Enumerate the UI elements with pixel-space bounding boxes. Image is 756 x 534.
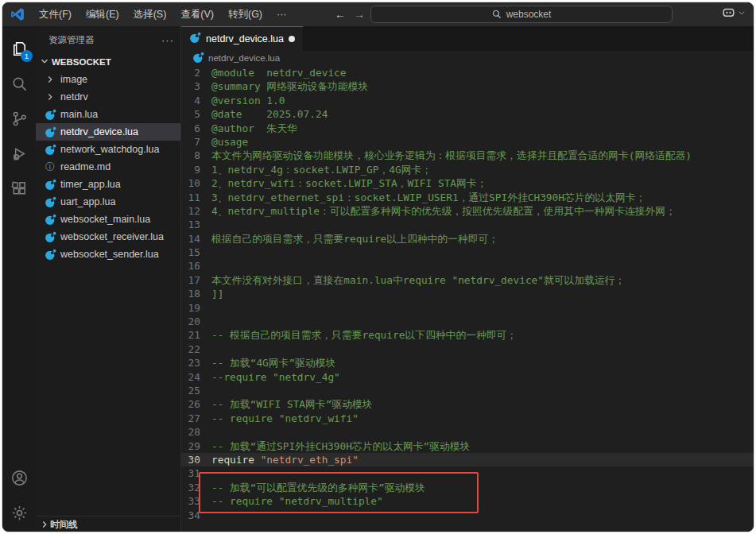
file-label: netdrv	[60, 91, 88, 103]
file-label: netdrv_device.lua	[60, 126, 138, 137]
forward-arrow-icon[interactable]: →	[354, 8, 365, 21]
code-line: 30require "netdrv_eth_spi"	[181, 453, 754, 466]
menu-item-1[interactable]: 编辑(E)	[79, 2, 126, 26]
tree-item-image[interactable]: image	[36, 71, 180, 88]
extensions-icon[interactable]	[2, 171, 36, 206]
code-line: 32-- 加载“可以配置优先级的多种网卡”驱动模块	[181, 481, 754, 494]
line-number: 15	[181, 246, 211, 259]
line-content: -- 加载“通过SPI外挂CH390H芯片的以太网卡”驱动模块	[211, 439, 470, 453]
root-folder-label: WEBSOCKET	[52, 57, 111, 67]
code-line: 23-- 加载“4G网卡”驱动模块	[181, 356, 754, 370]
code-line: 7@usage	[181, 135, 754, 149]
menu-item-0[interactable]: 文件(F)	[32, 2, 79, 26]
activity-bar: 1	[2, 26, 36, 532]
file-label: websocket_main.lua	[60, 214, 150, 225]
line-number: 23	[181, 356, 211, 370]
tree-item-network-watchdog-lua[interactable]: network_watchdog.lua	[36, 141, 180, 158]
code-line: 34	[181, 509, 754, 522]
code-line: 17本文件没有对外接口，直接在main.lua中require "netdrv_…	[181, 273, 754, 287]
lua-file-icon	[44, 248, 56, 261]
line-content: require "netdrv_eth_spi"	[211, 453, 359, 466]
source-control-icon[interactable]	[2, 101, 36, 136]
explorer-icon[interactable]: 1	[2, 31, 36, 66]
menu-item-2[interactable]: 选择(S)	[126, 2, 174, 26]
line-content: @author 朱天华	[211, 122, 297, 135]
code-line: 26-- 加载“WIFI STA网卡”驱动模块	[181, 397, 754, 411]
lua-file-icon	[189, 32, 201, 46]
code-line: 3@summary 网络驱动设备功能模块	[181, 79, 754, 93]
menu-item-4[interactable]: 转到(G)	[221, 2, 269, 26]
line-content: 本文件为网络驱动设备功能模块，核心业务逻辑为：根据项目需求，选择并且配置合适的网…	[211, 149, 692, 162]
menu-item-3[interactable]: 查看(V)	[173, 2, 221, 26]
line-number: 18	[181, 287, 211, 300]
file-label: network_watchdog.lua	[60, 144, 159, 155]
chevron-down-icon	[39, 56, 50, 68]
root-folder[interactable]: WEBSOCKET	[36, 53, 180, 71]
line-number: 21	[181, 328, 211, 342]
lua-file-icon	[44, 108, 56, 121]
code-editor[interactable]: 2@module netdrv_device3@summary 网络驱动设备功能…	[181, 65, 754, 522]
file-label: readme.md	[60, 161, 110, 172]
code-line: 15	[181, 246, 754, 259]
run-debug-icon[interactable]	[2, 136, 36, 171]
tree-item-timer-app-lua[interactable]: timer_app.lua	[36, 176, 180, 193]
line-number: 10	[181, 176, 211, 190]
tree-item-main-lua[interactable]: main.lua	[36, 106, 180, 123]
tab-netdrv-device[interactable]: netdrv_device.lua	[181, 26, 304, 51]
file-label: websocket_receiver.lua	[60, 231, 164, 242]
lua-file-icon	[44, 195, 56, 208]
line-content: 本文件没有对外接口，直接在main.lua中require "netdrv_de…	[211, 273, 625, 287]
info-icon: ⓘ	[44, 161, 56, 173]
line-number: 24	[181, 370, 211, 384]
more-actions-icon[interactable]: ···	[161, 34, 174, 46]
search-icon	[492, 10, 502, 19]
line-number: 3	[181, 79, 211, 93]
line-number: 8	[181, 149, 211, 162]
back-arrow-icon[interactable]: ←	[335, 8, 346, 21]
timeline-section[interactable]: 时间线	[36, 516, 180, 532]
line-number: 16	[181, 259, 211, 273]
tree-item-websocket-receiver-lua[interactable]: websocket_receiver.lua	[36, 228, 180, 246]
line-number: 34	[181, 509, 211, 522]
code-line: 25	[181, 384, 754, 397]
sidebar-title: 资源管理器	[48, 34, 95, 46]
copilot-icon	[721, 5, 736, 20]
file-label: image	[60, 74, 87, 85]
line-number: 5	[181, 107, 211, 121]
vscode-logo-icon	[10, 7, 25, 21]
file-label: websocket_sender.lua	[60, 249, 159, 260]
code-line: 33-- require "netdrv_multiple"	[181, 494, 754, 508]
line-number: 12	[181, 204, 211, 218]
account-icon[interactable]	[2, 460, 36, 495]
breadcrumb[interactable]: netdrv_device.lua	[181, 51, 754, 65]
menu-item-5[interactable]: ···	[269, 2, 294, 26]
line-content: @module netdrv_device	[211, 66, 347, 79]
tree-item-readme-md[interactable]: ⓘreadme.md	[36, 158, 180, 176]
chevron-right-icon	[44, 91, 56, 103]
line-number: 4	[181, 94, 211, 107]
lua-file-icon	[44, 213, 56, 226]
copilot-menu[interactable]	[721, 5, 746, 20]
line-content: -- 加载“WIFI STA网卡”驱动模块	[211, 397, 373, 411]
line-content: --require "netdrv_4g"	[211, 370, 340, 384]
tree-item-websocket-sender-lua[interactable]: websocket_sender.lua	[36, 246, 180, 263]
line-content: -- require "netdrv_wifi"	[211, 412, 359, 425]
code-line: 28	[181, 425, 754, 439]
dirty-indicator-icon[interactable]	[289, 36, 295, 42]
code-line: 8本文件为网络驱动设备功能模块，核心业务逻辑为：根据项目需求，选择并且配置合适的…	[181, 149, 754, 162]
line-number: 13	[181, 218, 211, 231]
tree-item-uart-app-lua[interactable]: uart_app.lua	[36, 193, 180, 211]
search-input[interactable]: websocket	[370, 6, 673, 23]
code-line: 20	[181, 315, 754, 328]
tree-item-netdrv[interactable]: netdrv	[36, 88, 180, 106]
tree-item-websocket-main-lua[interactable]: websocket_main.lua	[36, 211, 180, 228]
line-number: 27	[181, 412, 211, 425]
lua-file-icon	[44, 178, 56, 191]
file-label: uart_app.lua	[60, 196, 116, 207]
explorer-badge: 1	[21, 50, 33, 62]
line-number: 32	[181, 481, 211, 494]
settings-gear-icon[interactable]	[2, 495, 36, 530]
code-line: 19	[181, 301, 754, 315]
search-sidebar-icon[interactable]	[2, 66, 36, 101]
tree-item-netdrv-device-lua[interactable]: netdrv_device.lua	[36, 123, 180, 141]
